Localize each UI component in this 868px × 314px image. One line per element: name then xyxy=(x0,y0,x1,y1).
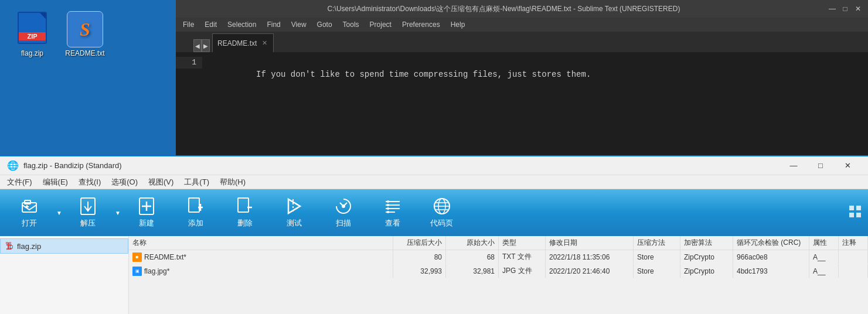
bz-sidebar-flag-zip[interactable]: 🗜 flag.zip xyxy=(0,238,128,254)
extract-icon xyxy=(79,197,97,216)
svg-rect-12 xyxy=(238,198,249,212)
bz-column-headers: 名称 压缩后大小 原始大小 类型 修改日期 压缩方法 加密算法 xyxy=(129,236,868,250)
jpg-file-icon: ▣ xyxy=(132,267,142,276)
toolbar-open-label: 打开 xyxy=(22,218,37,228)
zip-icon: ZIP xyxy=(15,12,50,47)
grid-view-icon[interactable] xyxy=(848,204,862,219)
sublime-minimize-button[interactable]: — xyxy=(827,4,838,14)
file-type-flag-jpg: JPG 文件 xyxy=(499,264,546,278)
file-date-flag-jpg: 2022/1/20 21:46:40 xyxy=(546,264,634,278)
txt-file-icon: ■ xyxy=(132,252,142,262)
toolbar-new-button[interactable]: 新建 xyxy=(123,192,170,233)
col-header-method[interactable]: 压缩方法 xyxy=(634,236,680,250)
toolbar-new-label: 新建 xyxy=(139,218,154,228)
bz-menu-options[interactable]: 选项(O) xyxy=(107,176,142,189)
toolbar-test-button[interactable]: 测试 xyxy=(271,192,318,233)
add-icon xyxy=(186,197,205,216)
sublime-maximize-button[interactable]: □ xyxy=(840,4,850,14)
open-icon xyxy=(20,197,39,216)
sublime-tabs: ◀ ▶ README.txt ✕ xyxy=(176,32,868,52)
menu-tools[interactable]: Tools xyxy=(338,19,364,30)
bz-maximize-button[interactable]: □ xyxy=(807,156,834,175)
toolbar-delete-button[interactable]: 删除 xyxy=(222,192,268,233)
menu-file[interactable]: File xyxy=(178,19,199,30)
toolbar-add-label: 添加 xyxy=(188,218,203,228)
menu-project[interactable]: Project xyxy=(365,19,396,30)
file-comment-readme xyxy=(839,250,868,264)
bz-menu-find[interactable]: 查找(I) xyxy=(74,176,105,189)
file-name-readme: ■ README.txt* xyxy=(129,250,393,264)
sublime-text-window: C:\Users\Administrator\Downloads\这个压缩包有点… xyxy=(176,0,868,155)
tab-readme[interactable]: README.txt ✕ xyxy=(212,33,274,52)
col-header-type[interactable]: 类型 xyxy=(499,236,546,250)
bandizip-app-icon: 🌐 xyxy=(7,160,19,171)
bz-title-text: flag.zip - Bandizip (Standard) xyxy=(23,161,122,170)
toolbar-add-button[interactable]: 添加 xyxy=(172,192,219,233)
svg-rect-30 xyxy=(849,206,854,210)
bz-menu-edit[interactable]: 编辑(E) xyxy=(38,176,73,189)
sublime-menubar: File Edit Selection Find View Goto Tools… xyxy=(176,18,868,32)
toolbar-codepage-label: 代码页 xyxy=(430,218,453,228)
bz-minimize-button[interactable]: — xyxy=(780,156,807,175)
line-number-1: 1 xyxy=(176,57,202,69)
menu-selection[interactable]: Selection xyxy=(223,19,261,30)
toolbar-open-button[interactable]: 打开 xyxy=(6,192,53,233)
col-header-comment[interactable]: 注释 xyxy=(839,236,868,250)
sublime-close-button[interactable]: ✕ xyxy=(853,4,863,14)
menu-help[interactable]: Help xyxy=(446,19,470,30)
bz-menu-help[interactable]: 帮助(H) xyxy=(215,176,250,189)
sublime-titlebar: C:\Users\Administrator\Downloads\这个压缩包有点… xyxy=(176,0,868,18)
delete-icon xyxy=(236,197,254,216)
file-attr-flag-jpg: A__ xyxy=(809,264,839,278)
menu-goto[interactable]: Goto xyxy=(312,19,337,30)
toolbar-right xyxy=(848,204,862,221)
toolbar-scan-button[interactable]: 扫描 xyxy=(320,192,367,233)
toolbar-extract-label: 解压 xyxy=(80,218,96,228)
desktop-icon-readme[interactable]: S README.txt xyxy=(64,12,105,57)
col-header-compressed[interactable]: 压缩后大小 xyxy=(393,236,446,250)
bz-win-controls: — □ ✕ xyxy=(780,156,861,175)
open-dropdown-arrow[interactable]: ▼ xyxy=(56,210,62,216)
editor-content[interactable]: If you don't like to spend time compress… xyxy=(202,52,868,155)
sublime-title-text: C:\Users\Administrator\Downloads\这个压缩包有点… xyxy=(181,4,827,14)
menu-find[interactable]: Find xyxy=(262,19,285,30)
bz-close-button[interactable]: ✕ xyxy=(834,156,861,175)
bz-main: 名称 压缩后大小 原始大小 类型 修改日期 压缩方法 加密算法 xyxy=(129,236,868,314)
file-date-readme: 2022/1/18 11:35:06 xyxy=(546,250,634,264)
col-header-date[interactable]: 修改日期 xyxy=(546,236,634,250)
col-header-name[interactable]: 名称 xyxy=(129,236,393,250)
extract-dropdown-arrow[interactable]: ▼ xyxy=(115,210,121,216)
menu-edit[interactable]: Edit xyxy=(200,19,222,30)
tab-nav-prev[interactable]: ◀ xyxy=(193,39,202,52)
tab-close-button[interactable]: ✕ xyxy=(260,39,268,47)
sublime-editor[interactable]: 1 If you don't like to spend time compre… xyxy=(176,52,868,155)
file-compressed-flag-jpg: 32,993 xyxy=(393,264,446,278)
menu-preferences[interactable]: Preferences xyxy=(397,19,445,30)
bz-title-left: 🌐 flag.zip - Bandizip (Standard) xyxy=(7,160,122,171)
bz-menubar: 文件(F) 编辑(E) 查找(I) 选项(O) 视图(V) 工具(T) 帮助(H… xyxy=(0,175,868,189)
file-row-flag-jpg[interactable]: ▣ flag.jpg* 32,993 32,981 JPG 文件 2022 xyxy=(129,264,868,278)
desktop-icon-flag-zip[interactable]: ZIP flag.zip xyxy=(12,12,53,57)
file-compressed-readme: 80 xyxy=(393,250,446,264)
file-row-readme[interactable]: ■ README.txt* 80 68 TXT 文件 2022/1/18 xyxy=(129,250,868,264)
toolbar-codepage-button[interactable]: 代码页 xyxy=(418,192,465,233)
sublime-icon: S xyxy=(67,12,103,47)
toolbar-view-button[interactable]: 查看 xyxy=(369,192,416,233)
toolbar-delete-label: 删除 xyxy=(237,218,253,228)
tab-nav-next[interactable]: ▶ xyxy=(202,39,210,52)
bz-menu-tools[interactable]: 工具(T) xyxy=(179,176,214,189)
menu-view[interactable]: View xyxy=(287,19,311,30)
toolbar-extract-button[interactable]: 解压 xyxy=(64,192,111,233)
svg-point-24 xyxy=(387,211,389,213)
bz-menu-file[interactable]: 文件(F) xyxy=(2,176,37,189)
bz-menu-view[interactable]: 视图(V) xyxy=(144,176,178,189)
bz-toolbar: 打开 ▼ 解压 ▼ 新建 xyxy=(0,189,868,236)
tab-navigation: ◀ ▶ xyxy=(193,39,210,52)
svg-rect-31 xyxy=(856,206,861,210)
col-header-encrypt[interactable]: 加密算法 xyxy=(680,236,733,250)
col-header-attr[interactable]: 属性 xyxy=(809,236,839,250)
flag-zip-label: flag.zip xyxy=(21,49,43,57)
view-icon xyxy=(383,197,402,216)
col-header-crc[interactable]: 循环冗余检验 (CRC) xyxy=(733,236,809,250)
col-header-original[interactable]: 原始大小 xyxy=(446,236,499,250)
